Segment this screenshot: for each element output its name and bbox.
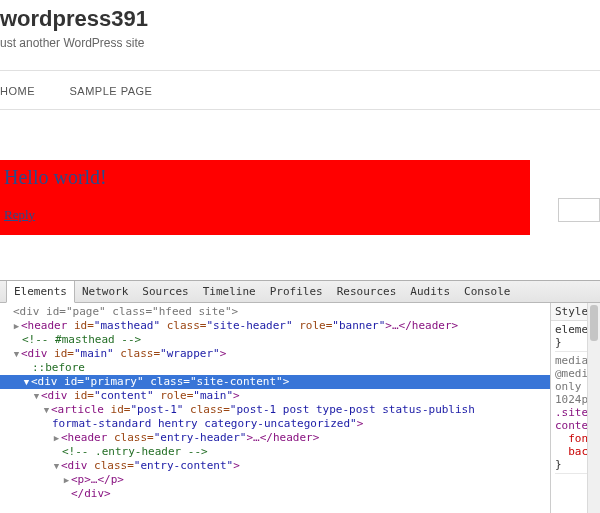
dom-node[interactable]: ▼<article id="post-1" class="post-1 post…	[0, 403, 550, 417]
devtools-tabs: Elements Network Sources Timeline Profil…	[0, 281, 600, 303]
tab-resources[interactable]: Resources	[330, 281, 404, 303]
dom-node[interactable]: ▶<header id="masthead" class="site-heade…	[0, 319, 550, 333]
post-title[interactable]: Hello world!	[4, 166, 526, 189]
primary-nav: HOME SAMPLE PAGE	[0, 70, 600, 110]
styles-scrollbar[interactable]	[587, 303, 600, 513]
nav-sample-page[interactable]: SAMPLE PAGE	[69, 85, 152, 97]
tab-elements[interactable]: Elements	[6, 281, 75, 303]
wordpress-page: wordpress391 ust another WordPress site …	[0, 0, 600, 235]
dom-node[interactable]: ▶<header class="entry-header">…</header>	[0, 431, 550, 445]
dom-node[interactable]: ▼<div class="entry-content">	[0, 459, 550, 473]
dom-pseudo[interactable]: ::before	[0, 361, 550, 375]
post-block: Hello world! Reply	[0, 160, 530, 235]
dom-node-cont[interactable]: format-standard hentry category-uncatego…	[0, 417, 550, 431]
tab-console[interactable]: Console	[457, 281, 517, 303]
tab-sources[interactable]: Sources	[135, 281, 195, 303]
dom-node[interactable]: ▶<div id="page" class="hfeed site">	[0, 305, 550, 319]
dom-node-selected[interactable]: ▼<div id="primary" class="site-content">	[0, 375, 550, 389]
styles-panel[interactable]: Styles element } media=" @media only sc …	[550, 303, 600, 513]
dom-node[interactable]: ▼<div id="content" role="main">	[0, 389, 550, 403]
tab-timeline[interactable]: Timeline	[196, 281, 263, 303]
devtools-panel: Elements Network Sources Timeline Profil…	[0, 280, 600, 513]
site-title[interactable]: wordpress391	[0, 0, 600, 36]
site-tagline: ust another WordPress site	[0, 36, 600, 70]
dom-comment[interactable]: <!-- #masthead -->	[0, 333, 550, 347]
search-input[interactable]	[558, 198, 600, 222]
dom-comment[interactable]: <!-- .entry-header -->	[0, 445, 550, 459]
dom-tree[interactable]: ▶<div id="page" class="hfeed site"> ▶<he…	[0, 303, 550, 513]
tab-profiles[interactable]: Profiles	[263, 281, 330, 303]
dom-node[interactable]: ▼<div id="main" class="wrapper">	[0, 347, 550, 361]
dom-node[interactable]: ▶</div>	[0, 487, 550, 501]
reply-link[interactable]: Reply	[4, 207, 35, 222]
tab-audits[interactable]: Audits	[403, 281, 457, 303]
tab-network[interactable]: Network	[75, 281, 135, 303]
nav-home[interactable]: HOME	[0, 85, 35, 97]
dom-node[interactable]: ▶<p>…</p>	[0, 473, 550, 487]
